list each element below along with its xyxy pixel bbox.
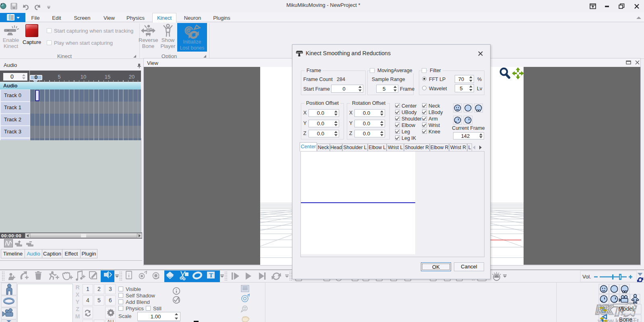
svg-text:Bone: Bone (619, 316, 632, 322)
svg-text:T: T (209, 272, 213, 278)
svg-text:Model: Model (618, 305, 634, 312)
svg-text:Vol.: Vol. (582, 274, 591, 280)
